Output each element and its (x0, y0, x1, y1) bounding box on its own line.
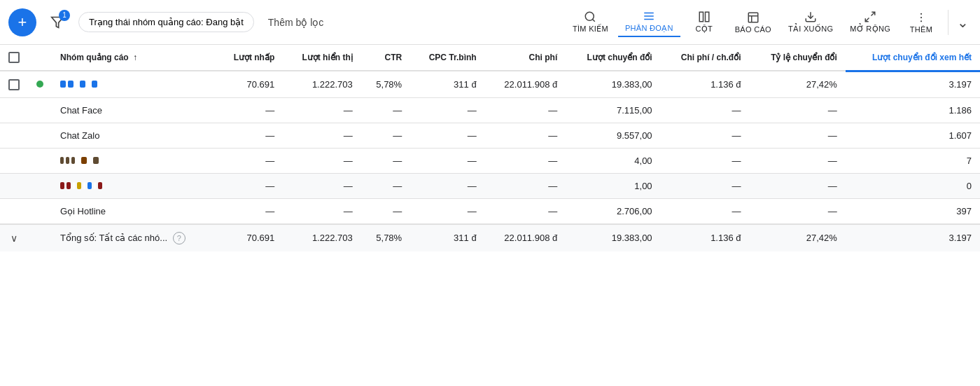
svg-line-12 (872, 12, 875, 15)
table-container: Nhóm quảng cáo ↑ Lượt nhấp Lượt hiển thị… (0, 45, 980, 251)
row-check[interactable] (0, 71, 28, 97)
footer-dot (28, 224, 52, 251)
pixel-name-3 (60, 182, 102, 189)
svg-point-15 (920, 16, 922, 18)
row-ctr: 5,78% (361, 71, 410, 97)
row-name-hotline[interactable]: Gọi Hotline (52, 198, 216, 224)
toolbar-more[interactable]: THÊM (900, 8, 942, 36)
toolbar-download[interactable]: TẢI XUỐNG (781, 8, 840, 36)
footer-label: Tổng số: Tất cả các nhó... ? (52, 224, 216, 251)
svg-rect-8 (748, 13, 758, 22)
row-impressions: — (283, 148, 360, 173)
row-cost: — (485, 198, 566, 224)
header-name-label: Nhóm quảng cáo (60, 53, 129, 62)
toolbar-expand[interactable]: MỞ RỘNG (843, 8, 897, 36)
header-cpc[interactable]: CPC Tr.bình (410, 45, 484, 71)
row-cost: 22.011.908 đ (485, 71, 566, 97)
segment-icon (643, 10, 655, 22)
row-check (0, 173, 28, 198)
footer-check[interactable]: ∨ (0, 224, 28, 251)
footer-conversions: 19.383,00 (566, 224, 660, 251)
toolbar-chevron[interactable]: ⌄ (954, 11, 972, 34)
row-name-pixel3[interactable] (52, 173, 216, 198)
footer-chevron[interactable]: ∨ (10, 233, 18, 244)
row-name-chatface[interactable]: Chat Face (52, 97, 216, 123)
row-conv-rate: — (750, 148, 846, 173)
row-ctr: — (361, 148, 410, 173)
header-checkbox[interactable] (8, 52, 20, 63)
row-cost-conv: — (661, 198, 750, 224)
row-view-all: 1.607 (846, 123, 980, 148)
help-icon[interactable]: ? (173, 232, 186, 244)
toolbar-actions: TÌM KIẾM PHÂN ĐOẠN CỘT BÁO CÁO (566, 7, 972, 37)
row-name-chatzalo[interactable]: Chat Zalo (52, 123, 216, 148)
add-filter-button[interactable]: Thêm bộ lọc (261, 13, 330, 32)
row-conv-rate: — (750, 123, 846, 148)
pixel-name-2 (60, 157, 99, 164)
row-cost-conv: — (661, 123, 750, 148)
download-label: TẢI XUỐNG (788, 25, 833, 34)
svg-point-16 (920, 20, 922, 22)
row-conversions: 4,00 (566, 148, 660, 173)
row-dot (28, 123, 52, 148)
toolbar-report[interactable]: BÁO CÁO (728, 8, 778, 36)
row-impressions: — (283, 123, 360, 148)
row-cost-conv: — (661, 148, 750, 173)
row-cost: — (485, 97, 566, 123)
header-view-all[interactable]: Lượt chuyển đổi xem hết (846, 45, 980, 71)
row-cost: — (485, 123, 566, 148)
table-row: Chat Face — — — — — 7.115,00 — — 1.186 (0, 97, 980, 123)
table-row: 70.691 1.222.703 5,78% 311 đ 22.011.908 … (0, 71, 980, 97)
row-cost: — (485, 173, 566, 198)
row-name-pixel2[interactable] (52, 148, 216, 173)
filter-button[interactable]: 1 (43, 8, 71, 36)
row-checkbox[interactable] (8, 79, 20, 90)
row-dot (28, 148, 52, 173)
expand-label: MỞ RỘNG (850, 25, 890, 34)
footer-total-label: Tổng số: Tất cả các nhó... (60, 233, 167, 243)
row-clicks: — (216, 148, 284, 173)
toolbar-search[interactable]: TÌM KIẾM (566, 8, 615, 36)
header-impressions[interactable]: Lượt hiển thị (283, 45, 360, 71)
footer-conv-rate: 27,42% (750, 224, 846, 251)
row-conv-rate: — (750, 97, 846, 123)
toolbar-columns[interactable]: CỘT (683, 8, 725, 36)
header-check[interactable] (0, 45, 28, 71)
row-check (0, 123, 28, 148)
sort-arrow: ↑ (133, 53, 137, 62)
row-view-all: 0 (846, 173, 980, 198)
ad-groups-table: Nhóm quảng cáo ↑ Lượt nhấp Lượt hiển thị… (0, 45, 980, 251)
svg-line-2 (593, 19, 595, 21)
row-conv-rate: 27,42% (750, 71, 846, 97)
row-conversions: 2.706,00 (566, 198, 660, 224)
row-clicks: — (216, 123, 284, 148)
row-cost-conv: — (661, 173, 750, 198)
row-clicks: — (216, 173, 284, 198)
row-ctr: — (361, 97, 410, 123)
table-row: — — — — — 1,00 — — 0 (0, 173, 980, 198)
row-cpc: — (410, 148, 484, 173)
search-label: TÌM KIẾM (573, 25, 608, 34)
toolbar-segment[interactable]: PHÂN ĐOẠN (618, 7, 680, 37)
add-button[interactable]: + (8, 8, 36, 36)
header-conv-rate[interactable]: Tỷ lệ chuyển đổi (750, 45, 846, 71)
more-label: THÊM (910, 25, 932, 34)
row-name-main[interactable] (52, 71, 216, 97)
header-clicks[interactable]: Lượt nhấp (216, 45, 284, 71)
row-cost: — (485, 148, 566, 173)
row-clicks: — (216, 97, 284, 123)
row-cpc: 311 đ (410, 71, 484, 97)
status-filter-pill[interactable]: Trạng thái nhóm quảng cáo: Đang bật (78, 12, 254, 32)
footer-impressions: 1.222.703 (283, 224, 360, 251)
row-cpc: — (410, 97, 484, 123)
row-conversions: 19.383,00 (566, 71, 660, 97)
header-cost-conv[interactable]: Chi phí / ch.đổi (661, 45, 750, 71)
header-cost[interactable]: Chi phí (485, 45, 566, 71)
segment-label: PHÂN ĐOẠN (625, 24, 673, 33)
table-row: — — — — — 4,00 — — 7 (0, 148, 980, 173)
header-name[interactable]: Nhóm quảng cáo ↑ (52, 45, 216, 71)
row-clicks: — (216, 198, 284, 224)
header-conversions[interactable]: Lượt chuyển đổi (566, 45, 660, 71)
row-ctr: — (361, 198, 410, 224)
header-ctr[interactable]: CTR (361, 45, 410, 71)
